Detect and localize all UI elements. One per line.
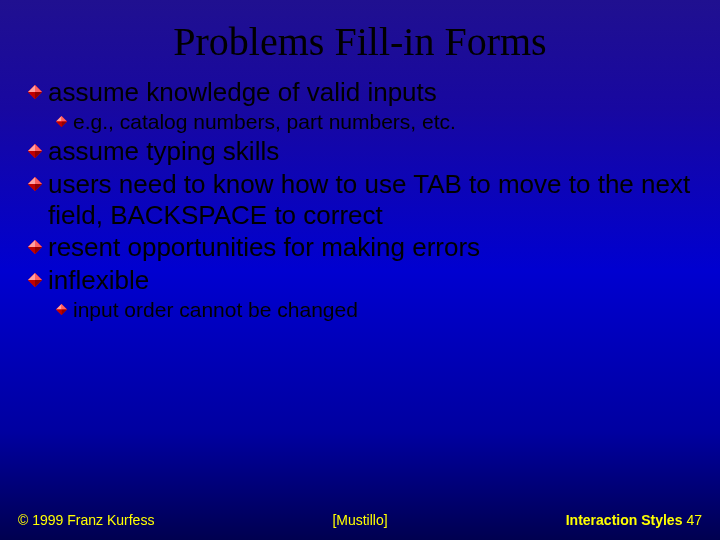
svg-marker-23 (28, 247, 35, 254)
svg-marker-16 (35, 177, 42, 184)
copyright-text: © 1999 Franz Kurfess (18, 512, 154, 528)
svg-marker-3 (28, 92, 35, 99)
svg-marker-31 (62, 304, 68, 310)
bullet-item: users need to know how to use TAB to mov… (28, 169, 692, 230)
bullet-text: assume typing skills (48, 136, 279, 167)
bullet-item: resent opportunities for making errors (28, 232, 692, 263)
svg-marker-29 (35, 280, 42, 287)
svg-marker-21 (35, 240, 42, 247)
svg-marker-14 (35, 151, 42, 158)
svg-marker-17 (28, 177, 35, 184)
section-label: Interaction Styles (566, 512, 683, 528)
sub-bullet-text: input order cannot be changed (73, 298, 358, 323)
bullet-text: inflexible (48, 265, 149, 296)
svg-marker-33 (56, 309, 62, 315)
svg-marker-4 (35, 92, 42, 99)
diamond-bullet-icon (28, 85, 42, 99)
svg-marker-2 (28, 85, 35, 92)
content-area: assume knowledge of valid inputs e.g., c… (0, 77, 720, 323)
page-number: 47 (686, 512, 702, 528)
svg-marker-28 (28, 280, 35, 287)
sub-bullet-item: e.g., catalog numbers, part numbers, etc… (56, 110, 692, 135)
svg-marker-1 (35, 85, 42, 92)
diamond-bullet-icon (28, 240, 42, 254)
svg-marker-34 (62, 309, 68, 315)
svg-marker-6 (62, 116, 68, 122)
svg-marker-18 (28, 184, 35, 191)
slide: Problems Fill-in Forms assume knowledge … (0, 0, 720, 540)
footer: © 1999 Franz Kurfess [Mustillo] Interact… (0, 512, 720, 528)
bullet-item: assume knowledge of valid inputs (28, 77, 692, 108)
svg-marker-22 (28, 240, 35, 247)
svg-marker-9 (62, 121, 68, 127)
section-page: Interaction Styles47 (566, 512, 702, 528)
svg-marker-7 (56, 116, 62, 122)
svg-marker-24 (35, 247, 42, 254)
sub-bullet-text: e.g., catalog numbers, part numbers, etc… (73, 110, 456, 135)
diamond-bullet-icon (56, 116, 67, 127)
diamond-bullet-icon (28, 144, 42, 158)
bullet-item: inflexible (28, 265, 692, 296)
svg-marker-13 (28, 151, 35, 158)
svg-marker-11 (35, 144, 42, 151)
slide-title: Problems Fill-in Forms (0, 0, 720, 75)
diamond-bullet-icon (28, 177, 42, 191)
bullet-text: users need to know how to use TAB to mov… (48, 169, 692, 230)
bullet-item: assume typing skills (28, 136, 692, 167)
sub-bullet-item: input order cannot be changed (56, 298, 692, 323)
svg-marker-27 (28, 273, 35, 280)
diamond-bullet-icon (28, 273, 42, 287)
bullet-text: assume knowledge of valid inputs (48, 77, 437, 108)
svg-marker-8 (56, 121, 62, 127)
diamond-bullet-icon (56, 304, 67, 315)
citation-text: [Mustillo] (332, 512, 387, 528)
bullet-text: resent opportunities for making errors (48, 232, 480, 263)
svg-marker-12 (28, 144, 35, 151)
svg-marker-19 (35, 184, 42, 191)
svg-marker-26 (35, 273, 42, 280)
svg-marker-32 (56, 304, 62, 310)
